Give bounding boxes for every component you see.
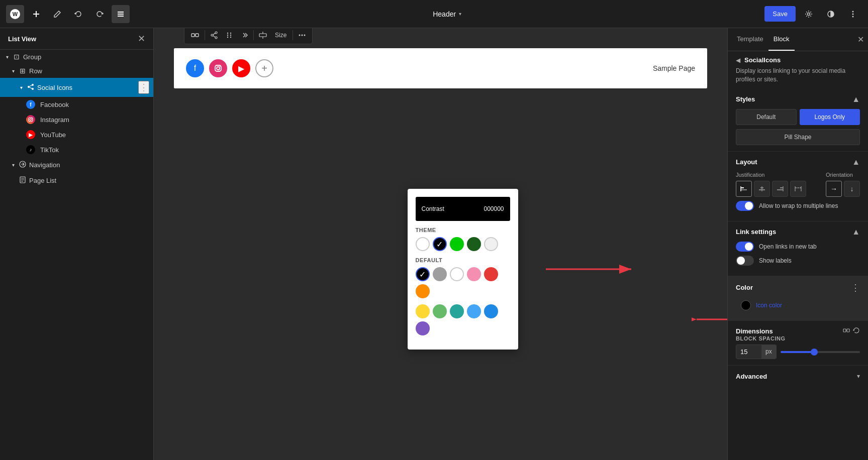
style-logos-only-button[interactable]: Logos Only	[800, 109, 860, 125]
add-social-icon-button[interactable]: +	[255, 59, 273, 77]
layout-toggle-button[interactable]: ▲	[852, 158, 860, 167]
more-options-button[interactable]	[844, 5, 862, 23]
dimensions-link-button[interactable]	[843, 327, 850, 335]
right-panel-close-button[interactable]: ✕	[857, 35, 864, 44]
block-spacing-slider[interactable]	[781, 351, 860, 353]
orient-group: → ↓	[826, 181, 860, 197]
justify-center-button[interactable]	[754, 181, 770, 197]
style-grid: Default Logos Only	[736, 109, 860, 125]
dimensions-title: Dimensions	[736, 327, 773, 335]
svg-point-36	[230, 37, 231, 38]
color-more-button[interactable]: ⋮	[851, 282, 860, 293]
tree-item-group[interactable]: ▾ ⊡ Group	[0, 50, 153, 64]
color-swatch-default-red[interactable]	[484, 267, 498, 281]
open-new-tab-toggle[interactable]	[736, 242, 754, 252]
svg-point-12	[32, 88, 34, 90]
color-title: Color	[736, 284, 753, 291]
add-block-button[interactable]	[27, 5, 45, 23]
transform-button[interactable]	[187, 29, 203, 42]
style-default-button[interactable]: Default	[736, 109, 797, 125]
tree-item-navigation[interactable]: ▾ Navigation	[0, 157, 153, 173]
instagram-icon-button[interactable]	[209, 59, 227, 77]
chevron-down-icon: ▾	[10, 162, 16, 168]
tab-template[interactable]: Template	[732, 28, 768, 51]
link-settings-toggle-button[interactable]: ▲	[852, 227, 860, 237]
justify-right-button[interactable]	[772, 181, 788, 197]
color-swatch-yellow[interactable]	[416, 304, 430, 318]
contrast-button[interactable]	[822, 5, 840, 23]
block-spacing-input[interactable]	[736, 345, 761, 359]
wrap-toggle[interactable]	[736, 201, 754, 211]
color-swatch-default-gray[interactable]	[433, 267, 447, 281]
orient-vertical-button[interactable]: ↓	[844, 181, 860, 197]
left-panel: List View ✕ ▾ ⊡ Group ▾ ⊞ Row ▾	[0, 28, 154, 460]
color-swatch-green-light[interactable]	[450, 237, 464, 251]
tree-item-row[interactable]: ▾ ⊞ Row	[0, 64, 153, 78]
tree-item-social-icons[interactable]: ▾ Social Icons ⋮	[0, 78, 153, 97]
color-swatch-purple[interactable]	[416, 321, 430, 335]
svg-rect-23	[191, 34, 195, 37]
youtube-icon-button[interactable]: ▶	[232, 59, 250, 77]
social-icons-more-button[interactable]: ⋮	[138, 81, 149, 94]
svg-point-17	[32, 118, 32, 119]
color-swatch-teal[interactable]	[450, 304, 464, 318]
tree-item-page-list[interactable]: Page List	[0, 173, 153, 188]
right-panel: Template Block ✕ ◀ SocialIcons Display i…	[727, 28, 868, 460]
color-swatch-green[interactable]	[433, 304, 447, 318]
color-swatch-default-white[interactable]	[450, 267, 464, 281]
color-swatch-green-dark[interactable]	[467, 237, 481, 251]
facebook-icon-button[interactable]: f	[186, 59, 204, 77]
share-button[interactable]	[207, 29, 221, 41]
drag-button[interactable]	[222, 29, 236, 41]
more-toolbar-button[interactable]	[295, 29, 309, 41]
color-swatch-light-gray[interactable]	[484, 237, 498, 251]
edit-button[interactable]	[48, 5, 66, 23]
icon-color-row: Icon color	[736, 296, 860, 314]
svg-point-31	[227, 33, 228, 34]
list-view-close-button[interactable]: ✕	[138, 34, 145, 43]
save-button[interactable]: Save	[764, 6, 796, 22]
color-swatch-blue[interactable]	[484, 304, 498, 318]
svg-point-35	[227, 37, 228, 38]
color-swatch-default-orange[interactable]	[416, 284, 430, 298]
justify-left-button[interactable]	[736, 181, 752, 197]
svg-rect-50	[741, 187, 744, 188]
spacing-unit-button[interactable]: px	[761, 345, 776, 359]
tree-item-instagram[interactable]: Instagram	[0, 112, 153, 127]
show-labels-toggle[interactable]	[736, 256, 754, 266]
open-new-tab-row: Open links in new tab	[736, 242, 860, 252]
spacing-input-group: px	[736, 344, 777, 359]
color-swatch-blue-light[interactable]	[467, 304, 481, 318]
nav-button[interactable]	[237, 29, 251, 41]
color-swatch-white[interactable]	[416, 237, 430, 251]
align-button[interactable]	[256, 29, 270, 41]
color-swatch-default-pink[interactable]	[467, 267, 481, 281]
styles-toggle-button[interactable]: ▲	[852, 95, 860, 104]
style-pill-button[interactable]: Pill Shape	[736, 129, 860, 145]
wordpress-logo[interactable]: W	[6, 5, 24, 23]
tree-item-facebook[interactable]: f Facebook	[0, 97, 153, 112]
color-preview-label: Contrast	[422, 205, 444, 212]
tiktok-icon: ♪	[26, 145, 35, 154]
redo-button[interactable]	[90, 5, 109, 23]
undo-button[interactable]	[69, 5, 87, 23]
tab-block[interactable]: Block	[768, 28, 795, 51]
color-swatch-black[interactable]: ✓	[433, 237, 447, 251]
topbar-right: Save	[764, 5, 862, 23]
tree-item-tiktok[interactable]: ♪ TikTok	[0, 142, 153, 157]
justify-space-between-button[interactable]	[790, 181, 806, 197]
sample-page-link[interactable]: Sample Page	[653, 64, 695, 72]
color-swatch-default-black[interactable]: ✓	[416, 267, 430, 281]
tree-item-youtube[interactable]: ▶ YouTube	[0, 127, 153, 142]
svg-rect-51	[741, 189, 747, 190]
svg-rect-56	[780, 187, 783, 188]
icon-color-label[interactable]: Icon color	[756, 302, 782, 309]
list-view-button[interactable]	[112, 5, 130, 23]
dimensions-reset-button[interactable]	[853, 327, 860, 335]
header-title[interactable]: Header ▾	[433, 10, 461, 18]
link-settings-section: Link settings ▲ Open links in new tab Sh…	[728, 221, 868, 276]
size-button[interactable]: Size	[271, 30, 291, 41]
advanced-section[interactable]: Advanced ▾	[728, 366, 868, 387]
settings-button[interactable]	[800, 5, 818, 23]
orient-horizontal-button[interactable]: →	[826, 181, 842, 197]
